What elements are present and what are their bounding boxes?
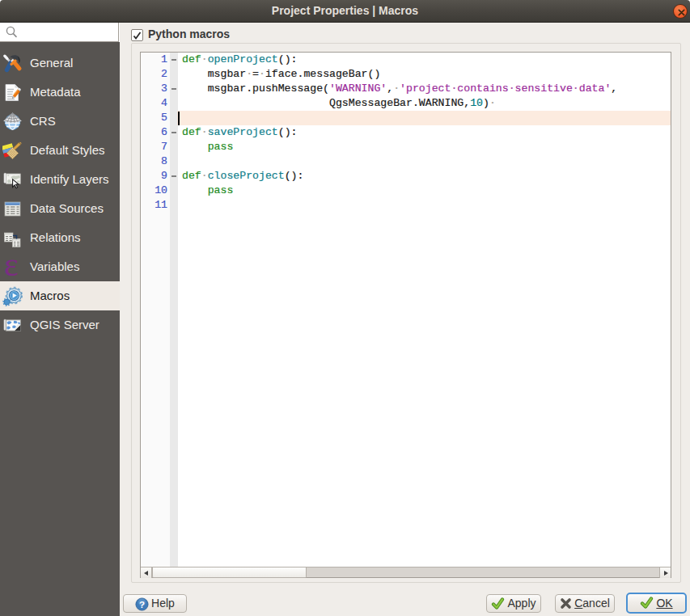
svg-text:ε: ε <box>4 257 19 277</box>
svg-text:?: ? <box>139 600 145 610</box>
